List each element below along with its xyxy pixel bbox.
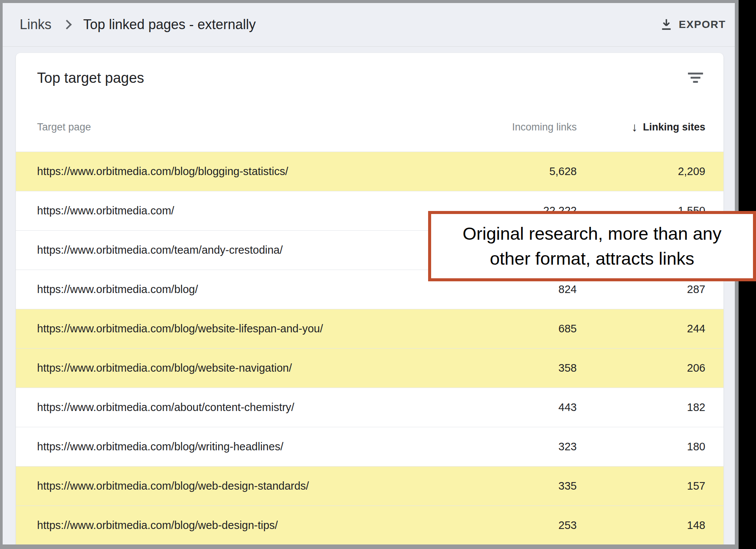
annotation-text-line2: other format, attracts links <box>490 246 694 271</box>
export-label: EXPORT <box>679 19 726 31</box>
download-icon <box>660 18 673 31</box>
target-page-url: https://www.orbitmedia.com/blog/writing-… <box>37 440 452 453</box>
card-title: Top target pages <box>37 70 144 86</box>
incoming-links-count: 358 <box>452 362 577 374</box>
incoming-links-count: 323 <box>452 440 577 453</box>
annotation-callout: Original research, more than any other f… <box>428 211 756 281</box>
table-row[interactable]: https://www.orbitmedia.com/blog/website-… <box>16 349 723 388</box>
target-page-url: https://www.orbitmedia.com/blog/web-desi… <box>37 519 452 532</box>
target-page-url: https://www.orbitmedia.com/ <box>37 205 452 217</box>
column-header-incoming-links[interactable]: Incoming links <box>452 121 577 133</box>
top-target-pages-card: Top target pages Target page Incoming li… <box>16 53 723 544</box>
table-row[interactable]: https://www.orbitmedia.com/blog/web-desi… <box>16 506 723 544</box>
chevron-right-icon <box>62 20 71 29</box>
table-row[interactable]: https://www.orbitmedia.com/blog/website-… <box>16 309 723 349</box>
incoming-links-count: 335 <box>452 480 577 492</box>
incoming-links-count: 685 <box>452 323 577 335</box>
column-header-linking-sites[interactable]: ↓ Linking sites <box>577 120 705 134</box>
linking-sites-count: 244 <box>577 323 705 335</box>
column-header-target-page: Target page <box>37 121 452 133</box>
linking-sites-count: 157 <box>577 480 705 492</box>
table-row[interactable]: https://www.orbitmedia.com/about/content… <box>16 388 723 427</box>
filter-icon[interactable] <box>687 71 704 86</box>
column-header-linking-sites-label: Linking sites <box>643 121 705 133</box>
table-row[interactable]: https://www.orbitmedia.com/blog/blogging… <box>16 152 723 191</box>
target-page-url: https://www.orbitmedia.com/about/content… <box>37 401 452 414</box>
annotation-text-line1: Original research, more than any <box>463 221 721 246</box>
table-row[interactable]: https://www.orbitmedia.com/blog/web-desi… <box>16 467 723 506</box>
incoming-links-count: 443 <box>452 401 577 414</box>
target-page-url: https://www.orbitmedia.com/blog/web-desi… <box>37 480 452 492</box>
target-page-url: https://www.orbitmedia.com/blog/ <box>37 283 452 296</box>
linking-sites-count: 148 <box>577 519 705 532</box>
target-page-url: https://www.orbitmedia.com/blog/website-… <box>37 362 452 374</box>
breadcrumb-links[interactable]: Links <box>20 17 51 33</box>
incoming-links-count: 824 <box>452 283 577 296</box>
target-page-url: https://www.orbitmedia.com/team/andy-cre… <box>37 244 452 256</box>
table-column-headers: Target page Incoming links ↓ Linking sit… <box>16 103 723 152</box>
breadcrumb-current-page: Top linked pages - externally <box>83 17 256 33</box>
linking-sites-count: 2,209 <box>577 165 705 178</box>
page-header: Links Top linked pages - externally EXPO… <box>3 3 735 47</box>
incoming-links-count: 5,628 <box>452 165 577 178</box>
target-page-url: https://www.orbitmedia.com/blog/website-… <box>37 323 452 335</box>
incoming-links-count: 253 <box>452 519 577 532</box>
linking-sites-count: 287 <box>577 283 705 296</box>
table-row[interactable]: https://www.orbitmedia.com/blog/writing-… <box>16 427 723 467</box>
sort-descending-icon: ↓ <box>632 120 638 134</box>
linking-sites-count: 206 <box>577 362 705 374</box>
linking-sites-count: 182 <box>577 401 705 414</box>
target-page-url: https://www.orbitmedia.com/blog/blogging… <box>37 165 452 178</box>
linking-sites-count: 180 <box>577 440 705 453</box>
export-button[interactable]: EXPORT <box>660 18 726 31</box>
